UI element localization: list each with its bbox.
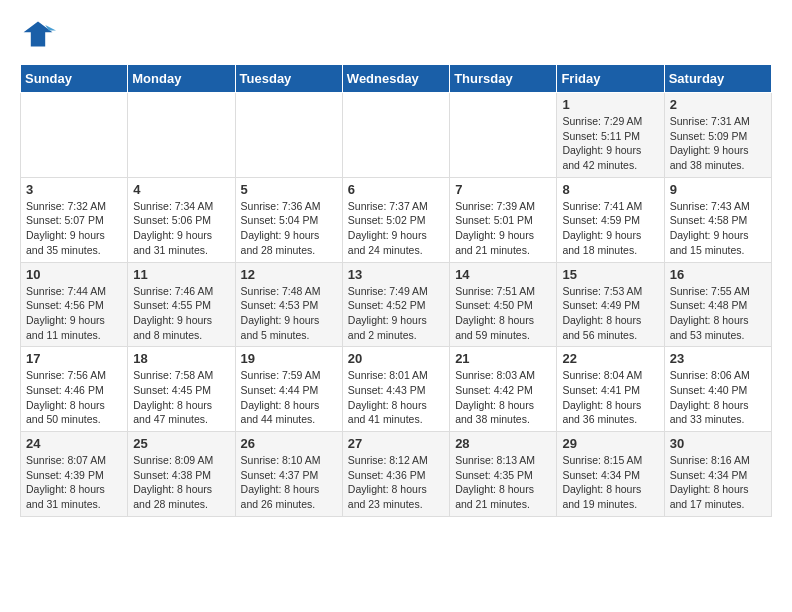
calendar-cell	[342, 93, 449, 178]
day-info: Sunrise: 7:41 AM Sunset: 4:59 PM Dayligh…	[562, 199, 658, 258]
calendar-cell: 8Sunrise: 7:41 AM Sunset: 4:59 PM Daylig…	[557, 177, 664, 262]
day-number: 25	[133, 436, 229, 451]
day-number: 14	[455, 267, 551, 282]
calendar-cell: 29Sunrise: 8:15 AM Sunset: 4:34 PM Dayli…	[557, 432, 664, 517]
day-info: Sunrise: 7:53 AM Sunset: 4:49 PM Dayligh…	[562, 284, 658, 343]
day-info: Sunrise: 7:36 AM Sunset: 5:04 PM Dayligh…	[241, 199, 337, 258]
day-info: Sunrise: 7:34 AM Sunset: 5:06 PM Dayligh…	[133, 199, 229, 258]
calendar-cell: 12Sunrise: 7:48 AM Sunset: 4:53 PM Dayli…	[235, 262, 342, 347]
day-info: Sunrise: 8:10 AM Sunset: 4:37 PM Dayligh…	[241, 453, 337, 512]
calendar-cell: 27Sunrise: 8:12 AM Sunset: 4:36 PM Dayli…	[342, 432, 449, 517]
day-number: 30	[670, 436, 766, 451]
weekday-header: Thursday	[450, 65, 557, 93]
calendar-cell: 17Sunrise: 7:56 AM Sunset: 4:46 PM Dayli…	[21, 347, 128, 432]
weekday-header: Saturday	[664, 65, 771, 93]
calendar-cell: 22Sunrise: 8:04 AM Sunset: 4:41 PM Dayli…	[557, 347, 664, 432]
day-number: 10	[26, 267, 122, 282]
calendar-cell	[21, 93, 128, 178]
header	[20, 16, 772, 52]
calendar-header: SundayMondayTuesdayWednesdayThursdayFrid…	[21, 65, 772, 93]
calendar-cell: 10Sunrise: 7:44 AM Sunset: 4:56 PM Dayli…	[21, 262, 128, 347]
day-number: 16	[670, 267, 766, 282]
day-number: 4	[133, 182, 229, 197]
weekday-header: Wednesday	[342, 65, 449, 93]
day-info: Sunrise: 8:13 AM Sunset: 4:35 PM Dayligh…	[455, 453, 551, 512]
day-info: Sunrise: 8:07 AM Sunset: 4:39 PM Dayligh…	[26, 453, 122, 512]
calendar-cell: 3Sunrise: 7:32 AM Sunset: 5:07 PM Daylig…	[21, 177, 128, 262]
day-info: Sunrise: 7:29 AM Sunset: 5:11 PM Dayligh…	[562, 114, 658, 173]
calendar-cell: 2Sunrise: 7:31 AM Sunset: 5:09 PM Daylig…	[664, 93, 771, 178]
day-info: Sunrise: 8:06 AM Sunset: 4:40 PM Dayligh…	[670, 368, 766, 427]
calendar-cell: 21Sunrise: 8:03 AM Sunset: 4:42 PM Dayli…	[450, 347, 557, 432]
day-info: Sunrise: 7:37 AM Sunset: 5:02 PM Dayligh…	[348, 199, 444, 258]
day-info: Sunrise: 8:15 AM Sunset: 4:34 PM Dayligh…	[562, 453, 658, 512]
calendar-cell: 14Sunrise: 7:51 AM Sunset: 4:50 PM Dayli…	[450, 262, 557, 347]
day-info: Sunrise: 7:56 AM Sunset: 4:46 PM Dayligh…	[26, 368, 122, 427]
day-number: 18	[133, 351, 229, 366]
day-number: 24	[26, 436, 122, 451]
day-number: 26	[241, 436, 337, 451]
day-number: 8	[562, 182, 658, 197]
calendar-cell	[235, 93, 342, 178]
day-number: 9	[670, 182, 766, 197]
calendar-cell: 20Sunrise: 8:01 AM Sunset: 4:43 PM Dayli…	[342, 347, 449, 432]
calendar-cell: 19Sunrise: 7:59 AM Sunset: 4:44 PM Dayli…	[235, 347, 342, 432]
day-number: 17	[26, 351, 122, 366]
calendar-cell: 5Sunrise: 7:36 AM Sunset: 5:04 PM Daylig…	[235, 177, 342, 262]
calendar-week-row: 17Sunrise: 7:56 AM Sunset: 4:46 PM Dayli…	[21, 347, 772, 432]
day-info: Sunrise: 7:46 AM Sunset: 4:55 PM Dayligh…	[133, 284, 229, 343]
day-number: 20	[348, 351, 444, 366]
day-number: 3	[26, 182, 122, 197]
day-info: Sunrise: 8:03 AM Sunset: 4:42 PM Dayligh…	[455, 368, 551, 427]
day-info: Sunrise: 7:31 AM Sunset: 5:09 PM Dayligh…	[670, 114, 766, 173]
calendar-cell: 18Sunrise: 7:58 AM Sunset: 4:45 PM Dayli…	[128, 347, 235, 432]
calendar-cell: 16Sunrise: 7:55 AM Sunset: 4:48 PM Dayli…	[664, 262, 771, 347]
calendar-cell: 1Sunrise: 7:29 AM Sunset: 5:11 PM Daylig…	[557, 93, 664, 178]
day-info: Sunrise: 8:12 AM Sunset: 4:36 PM Dayligh…	[348, 453, 444, 512]
day-number: 11	[133, 267, 229, 282]
day-number: 27	[348, 436, 444, 451]
calendar-week-row: 1Sunrise: 7:29 AM Sunset: 5:11 PM Daylig…	[21, 93, 772, 178]
calendar-cell: 4Sunrise: 7:34 AM Sunset: 5:06 PM Daylig…	[128, 177, 235, 262]
day-info: Sunrise: 8:09 AM Sunset: 4:38 PM Dayligh…	[133, 453, 229, 512]
page-container: SundayMondayTuesdayWednesdayThursdayFrid…	[0, 0, 792, 533]
calendar-cell: 26Sunrise: 8:10 AM Sunset: 4:37 PM Dayli…	[235, 432, 342, 517]
day-info: Sunrise: 8:16 AM Sunset: 4:34 PM Dayligh…	[670, 453, 766, 512]
day-info: Sunrise: 7:39 AM Sunset: 5:01 PM Dayligh…	[455, 199, 551, 258]
day-info: Sunrise: 7:58 AM Sunset: 4:45 PM Dayligh…	[133, 368, 229, 427]
day-number: 2	[670, 97, 766, 112]
day-info: Sunrise: 7:32 AM Sunset: 5:07 PM Dayligh…	[26, 199, 122, 258]
weekday-header: Sunday	[21, 65, 128, 93]
day-info: Sunrise: 7:51 AM Sunset: 4:50 PM Dayligh…	[455, 284, 551, 343]
calendar-table: SundayMondayTuesdayWednesdayThursdayFrid…	[20, 64, 772, 517]
day-number: 15	[562, 267, 658, 282]
day-number: 21	[455, 351, 551, 366]
day-number: 12	[241, 267, 337, 282]
calendar-cell: 15Sunrise: 7:53 AM Sunset: 4:49 PM Dayli…	[557, 262, 664, 347]
day-number: 23	[670, 351, 766, 366]
calendar-cell: 23Sunrise: 8:06 AM Sunset: 4:40 PM Dayli…	[664, 347, 771, 432]
day-info: Sunrise: 7:55 AM Sunset: 4:48 PM Dayligh…	[670, 284, 766, 343]
day-number: 1	[562, 97, 658, 112]
day-number: 7	[455, 182, 551, 197]
day-number: 6	[348, 182, 444, 197]
weekday-header: Tuesday	[235, 65, 342, 93]
calendar-cell: 28Sunrise: 8:13 AM Sunset: 4:35 PM Dayli…	[450, 432, 557, 517]
svg-marker-0	[24, 21, 53, 46]
calendar-cell: 30Sunrise: 8:16 AM Sunset: 4:34 PM Dayli…	[664, 432, 771, 517]
calendar-cell: 11Sunrise: 7:46 AM Sunset: 4:55 PM Dayli…	[128, 262, 235, 347]
logo	[20, 16, 60, 52]
day-info: Sunrise: 7:48 AM Sunset: 4:53 PM Dayligh…	[241, 284, 337, 343]
calendar-cell: 6Sunrise: 7:37 AM Sunset: 5:02 PM Daylig…	[342, 177, 449, 262]
day-number: 5	[241, 182, 337, 197]
day-number: 29	[562, 436, 658, 451]
day-info: Sunrise: 7:59 AM Sunset: 4:44 PM Dayligh…	[241, 368, 337, 427]
day-info: Sunrise: 7:49 AM Sunset: 4:52 PM Dayligh…	[348, 284, 444, 343]
day-info: Sunrise: 8:01 AM Sunset: 4:43 PM Dayligh…	[348, 368, 444, 427]
day-number: 28	[455, 436, 551, 451]
day-number: 13	[348, 267, 444, 282]
calendar-cell: 13Sunrise: 7:49 AM Sunset: 4:52 PM Dayli…	[342, 262, 449, 347]
logo-icon	[20, 16, 56, 52]
calendar-week-row: 3Sunrise: 7:32 AM Sunset: 5:07 PM Daylig…	[21, 177, 772, 262]
calendar-week-row: 10Sunrise: 7:44 AM Sunset: 4:56 PM Dayli…	[21, 262, 772, 347]
